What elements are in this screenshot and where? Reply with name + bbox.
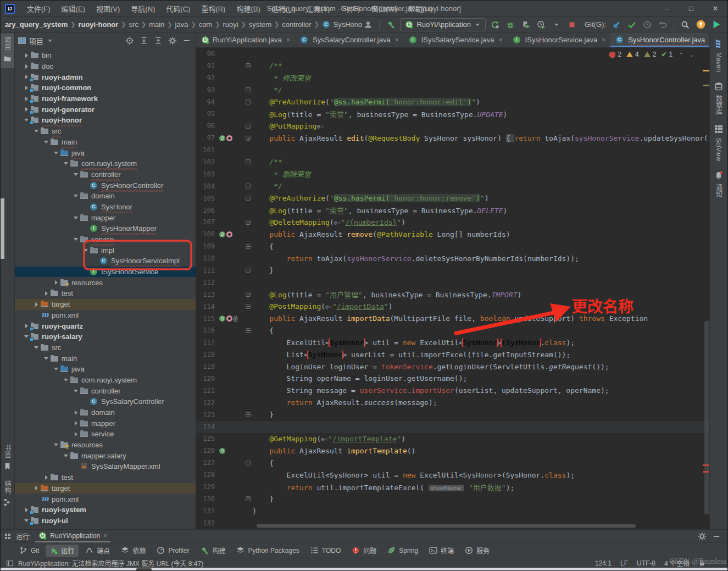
maximize-button[interactable]: □ xyxy=(679,1,703,17)
spring-bean-icon[interactable] xyxy=(219,135,225,141)
spring-bean-icon[interactable] xyxy=(219,448,225,454)
chevron-down-icon[interactable] xyxy=(62,160,70,168)
chevron-down-icon[interactable] xyxy=(82,246,90,254)
code-line[interactable]: 97 public AjaxResult edit(@RequestBody S… xyxy=(196,132,710,144)
tab-ISysSalaryService.java[interactable]: ISysSalaryService.java× xyxy=(404,32,508,47)
menu-item-构建B[interactable]: 构建(B) xyxy=(231,1,265,17)
chevron-down-icon[interactable] xyxy=(72,236,80,243)
run-icon[interactable] xyxy=(489,19,501,31)
tool-window-button-终端[interactable]: 终端 xyxy=(425,545,458,557)
tree-item-test[interactable]: test xyxy=(15,472,196,483)
code-line[interactable]: 122 return AjaxResult.success(message); xyxy=(196,397,710,409)
request-mapping-icon[interactable] xyxy=(226,315,232,321)
tree-item-ISysHonorService[interactable]: ISysHonorService xyxy=(15,267,196,278)
menu-item-GitG[interactable]: Git(G) xyxy=(335,1,365,17)
profiler-run-icon[interactable] xyxy=(535,19,547,31)
breadcrumb-item[interactable]: src xyxy=(129,20,138,29)
tree-item-java[interactable]: java xyxy=(15,147,196,158)
tree-item-service[interactable]: service xyxy=(15,429,196,440)
lock-icon[interactable] xyxy=(698,559,705,567)
code-line[interactable]: 111 } xyxy=(196,264,710,276)
chevron-down-icon[interactable] xyxy=(72,170,80,178)
breadcrumb-item[interactable]: controller xyxy=(282,20,311,29)
code-line[interactable]: 103 * 删除荣誉 xyxy=(196,168,710,180)
tool-window-button-服务[interactable]: 服务 xyxy=(460,545,494,557)
fold-icon[interactable] xyxy=(246,244,251,249)
select-opened-file-icon[interactable] xyxy=(124,35,135,46)
upgrade-icon[interactable] xyxy=(694,19,707,31)
chevron-right-icon[interactable] xyxy=(72,409,80,417)
code-line[interactable]: 118 List<SysHonor> userList = util.impor… xyxy=(196,348,710,361)
code-line[interactable]: 91 /** xyxy=(196,60,710,72)
tree-item-main[interactable]: main xyxy=(15,137,196,148)
code-line[interactable]: 123 } xyxy=(196,409,710,421)
status-item[interactable]: UTF-8 xyxy=(637,559,655,567)
tree-item-target[interactable]: target xyxy=(15,299,196,310)
close-icon[interactable]: × xyxy=(103,532,107,540)
menu-item-文件F[interactable]: 文件(F) xyxy=(21,1,56,17)
tree-item-service[interactable]: service xyxy=(15,234,196,245)
fold-icon[interactable] xyxy=(246,87,251,92)
next-problem-icon[interactable]: ⌄ xyxy=(690,52,694,58)
tree-item-pom.xml[interactable]: pom.xml xyxy=(15,310,196,321)
code-line[interactable]: 94 @PreAuthorize("@ss.hasPermi('honor:ho… xyxy=(196,96,710,108)
tree-item-controller[interactable]: controller xyxy=(15,385,196,396)
tree-item-ruoyi-system[interactable]: ruoyi-system xyxy=(15,505,196,515)
status-item[interactable]: 124:1 xyxy=(595,559,612,567)
chevron-down-icon[interactable] xyxy=(62,376,70,384)
tree-item-ruoyi-generator[interactable]: ruoyi-generator xyxy=(15,104,196,115)
code-line[interactable]: 109 { xyxy=(196,240,710,252)
tree-item-main[interactable]: main xyxy=(15,353,196,364)
breadcrumb-item[interactable]: ary_query_system xyxy=(5,20,68,29)
tree-item-ruoyi-framework[interactable]: ruoyi-framework xyxy=(15,93,196,104)
code-line[interactable]: 115@ public AjaxResult importData(Multip… xyxy=(196,313,710,325)
chevron-right-icon[interactable] xyxy=(42,474,50,481)
tree-item-ruoyi-common[interactable]: ruoyi-common xyxy=(15,82,196,93)
tab-SysSalaryController.java[interactable]: SysSalaryController.java× xyxy=(295,32,404,47)
tree-item-SysHonor[interactable]: SysHonor xyxy=(15,202,196,213)
chevron-down-icon[interactable] xyxy=(72,192,80,200)
tool-strip-item-书签[interactable]: 书签 xyxy=(1,441,14,476)
code-line[interactable]: 124 xyxy=(196,421,710,433)
chevron-down-icon[interactable] xyxy=(32,343,40,351)
fold-icon[interactable] xyxy=(246,304,251,309)
close-button[interactable]: ✕ xyxy=(703,1,727,17)
tree-item-ruoyi-quartz[interactable]: ruoyi-quartz xyxy=(15,320,196,331)
git-update-icon[interactable] xyxy=(610,19,623,31)
chevron-down-icon[interactable] xyxy=(32,127,40,135)
code-line[interactable]: 95 @Log(title = "荣誉", businessType = Bus… xyxy=(196,108,710,120)
chevron-down-icon[interactable] xyxy=(42,138,50,146)
tree-item-resources[interactable]: resources xyxy=(15,277,196,288)
tree-item-test[interactable]: test xyxy=(15,288,196,299)
run-panel-tab[interactable]: RuoYiApplication × xyxy=(35,530,110,542)
breadcrumb-item[interactable]: ruoyi xyxy=(223,20,238,29)
debug-icon[interactable] xyxy=(504,19,516,31)
status-item[interactable]: LF xyxy=(620,559,628,567)
chevron-down-icon[interactable] xyxy=(72,214,80,221)
tab-ISysHonorService.java[interactable]: ISysHonorService.java× xyxy=(508,32,611,47)
tool-window-button-依赖[interactable]: 依赖 xyxy=(116,545,150,557)
tree-item-controller[interactable]: controller xyxy=(15,169,196,180)
tree-item-ruoyi-salary[interactable]: ruoyi-salary xyxy=(15,331,196,342)
request-mapping-icon[interactable] xyxy=(226,231,232,237)
tree-item-com.ruoyi.system[interactable]: com.ruoyi.system xyxy=(15,375,196,386)
tree-item-domain[interactable]: domain xyxy=(15,191,196,202)
code-line[interactable]: 131} xyxy=(196,505,710,517)
more-run-options-icon[interactable] xyxy=(551,19,563,31)
tree-item-target[interactable]: target xyxy=(15,483,196,494)
run-configuration-select[interactable]: RuoYiApplication xyxy=(400,18,486,31)
close-icon[interactable]: × xyxy=(286,36,290,44)
tool-strip-item-数据库[interactable]: 数据库 xyxy=(710,76,727,118)
code-line[interactable]: 129 return util.importTemplateExcel( she… xyxy=(196,481,710,493)
tool-window-button-Git[interactable]: Git xyxy=(15,545,43,557)
chevron-right-icon[interactable] xyxy=(32,484,40,492)
breadcrumb-item[interactable]: SysHonorController xyxy=(322,20,363,29)
code-line[interactable]: 110 return toAjax(sysHonorService.delete… xyxy=(196,252,710,264)
tool-window-button-Spring[interactable]: Spring xyxy=(383,545,423,557)
code-line[interactable]: 114 @PostMapping(⊕˅"/importData") xyxy=(196,301,710,313)
code-line[interactable]: 105 @PreAuthorize("@ss.hasPermi('honor:h… xyxy=(196,192,710,204)
build-icon[interactable] xyxy=(385,19,397,31)
stripe-mark-weak[interactable] xyxy=(703,85,709,86)
code-line[interactable]: 127 { xyxy=(196,457,710,469)
menu-item-工具T[interactable]: 工具(T) xyxy=(301,1,336,17)
